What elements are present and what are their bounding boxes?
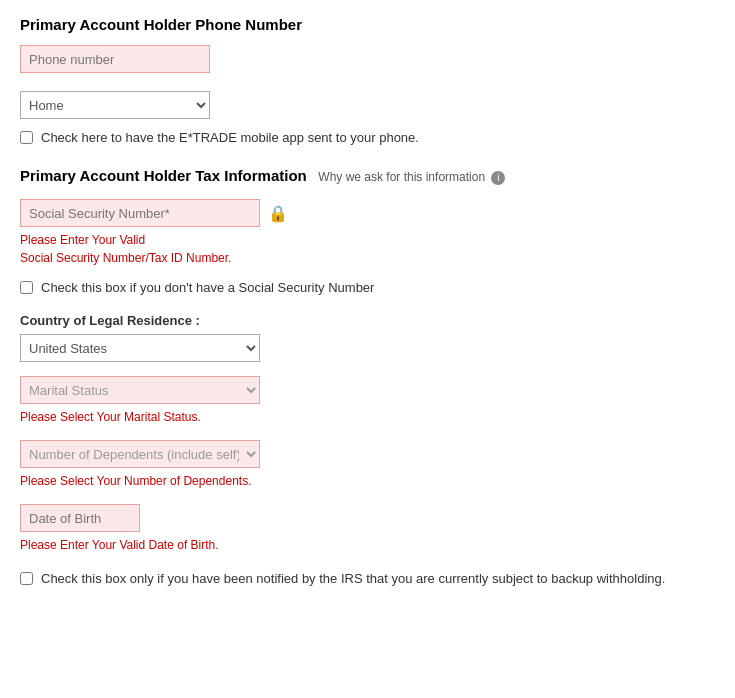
phone-input[interactable] — [20, 45, 210, 73]
info-icon[interactable]: i — [491, 171, 505, 185]
marital-error: Please Select Your Marital Status. — [20, 408, 715, 426]
mobile-app-checkbox[interactable] — [20, 131, 33, 144]
phone-section: Primary Account Holder Phone Number Home… — [20, 16, 715, 147]
phone-section-title: Primary Account Holder Phone Number — [20, 16, 715, 33]
dob-input[interactable] — [20, 504, 140, 532]
mobile-app-checkbox-row: Check here to have the E*TRADE mobile ap… — [20, 129, 715, 147]
dob-error: Please Enter Your Valid Date of Birth. — [20, 536, 715, 554]
phone-type-row: Home Work Mobile — [20, 83, 715, 119]
ssn-row: 🔒 — [20, 199, 715, 227]
country-label: Country of Legal Residence : — [20, 313, 715, 328]
phone-input-row — [20, 45, 715, 73]
tax-section-title: Primary Account Holder Tax Information — [20, 167, 307, 184]
marital-block: Marital Status Single Married Divorced W… — [20, 376, 715, 426]
country-select[interactable]: United States Canada Mexico Other — [20, 334, 260, 362]
phone-type-select[interactable]: Home Work Mobile — [20, 91, 210, 119]
no-ssn-checkbox[interactable] — [20, 281, 33, 294]
dob-block: Please Enter Your Valid Date of Birth. — [20, 504, 715, 554]
mobile-app-label: Check here to have the E*TRADE mobile ap… — [41, 129, 419, 147]
ssn-input[interactable] — [20, 199, 260, 227]
dependents-block: Number of Dependents (include self) 1 2 … — [20, 440, 715, 490]
why-ask-text: Why we ask for this information i — [318, 170, 505, 184]
tax-section: Primary Account Holder Tax Information W… — [20, 167, 715, 588]
dependents-select[interactable]: Number of Dependents (include self) 1 2 … — [20, 440, 260, 468]
tax-header-row: Primary Account Holder Tax Information W… — [20, 167, 715, 185]
dependents-error: Please Select Your Number of Dependents. — [20, 472, 715, 490]
backup-withholding-checkbox[interactable] — [20, 572, 33, 585]
ssn-error: Please Enter Your Valid Social Security … — [20, 231, 715, 267]
marital-select[interactable]: Marital Status Single Married Divorced W… — [20, 376, 260, 404]
backup-withholding-row: Check this box only if you have been not… — [20, 570, 715, 588]
no-ssn-label: Check this box if you don't have a Socia… — [41, 279, 374, 297]
backup-withholding-label: Check this box only if you have been not… — [41, 570, 665, 588]
country-block: Country of Legal Residence : United Stat… — [20, 313, 715, 362]
lock-icon: 🔒 — [268, 204, 288, 223]
no-ssn-checkbox-row: Check this box if you don't have a Socia… — [20, 279, 715, 297]
